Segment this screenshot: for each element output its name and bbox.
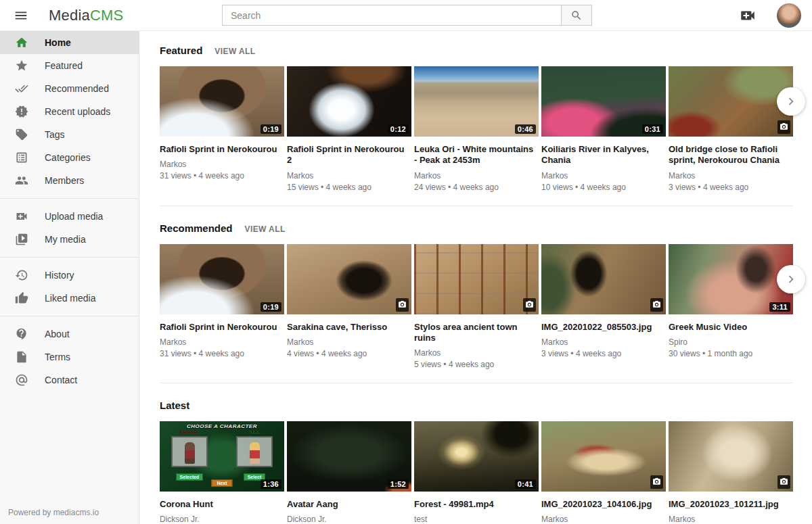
- media-title[interactable]: Koiliaris River in Kalyves, Chania: [541, 144, 666, 166]
- upload-media-button[interactable]: [736, 4, 759, 27]
- media-thumbnail[interactable]: 0:46: [414, 66, 539, 137]
- sidebar-item-contact[interactable]: Contact: [0, 368, 139, 391]
- media-card[interactable]: Old bridge close to Rafioli sprint, Nero…: [669, 66, 793, 192]
- media-title[interactable]: Avatar Aang: [287, 499, 411, 510]
- chevron-right-icon: [784, 94, 798, 109]
- sidebar-item-liked-media[interactable]: Liked media: [0, 287, 139, 310]
- media-author[interactable]: test: [414, 515, 539, 524]
- media-card[interactable]: 3:11Greek Music VideoSpiro30 views • 1 m…: [669, 244, 793, 370]
- media-meta: 31 views • 4 weeks ago: [160, 171, 284, 181]
- media-author[interactable]: Markos: [669, 515, 793, 524]
- media-title[interactable]: Sarakina cave, Therisso: [287, 322, 411, 333]
- sidebar-item-history[interactable]: History: [0, 264, 139, 287]
- logo[interactable]: MediaCMS: [49, 7, 123, 24]
- powered-by-link[interactable]: Powered by mediacms.io: [8, 508, 99, 517]
- sidebar-item-tags[interactable]: Tags: [0, 123, 139, 146]
- media-author[interactable]: Dickson Jr.: [160, 515, 284, 524]
- media-thumbnail[interactable]: 0:41: [414, 421, 539, 492]
- sidebar-item-members[interactable]: Members: [0, 169, 139, 192]
- media-meta: 3 views • 4 weeks ago: [669, 183, 793, 192]
- media-author[interactable]: Markos: [541, 337, 666, 347]
- media-author[interactable]: Markos: [414, 348, 539, 358]
- media-author[interactable]: Markos: [160, 160, 284, 169]
- media-card[interactable]: IMG_20201022_085503.jpgMarkos3 views • 4…: [541, 244, 666, 370]
- media-thumbnail[interactable]: [669, 421, 793, 492]
- media-card[interactable]: IMG_20201023_104106.jpgMarkos4 views • 4…: [541, 421, 666, 524]
- categories-icon: [15, 151, 28, 164]
- media-title[interactable]: IMG_20201023_101211.jpg: [669, 499, 793, 510]
- media-author[interactable]: Dickson Jr.: [287, 515, 411, 524]
- media-title[interactable]: IMG_20201022_085503.jpg: [541, 322, 666, 333]
- media-thumbnail[interactable]: 0:19: [160, 244, 284, 314]
- search-input[interactable]: [222, 5, 562, 26]
- media-card[interactable]: 0:31Koiliaris River in Kalyves, ChaniaMa…: [541, 66, 666, 192]
- media-author[interactable]: Spiro: [669, 337, 793, 347]
- sidebar-item-featured[interactable]: Featured: [0, 54, 139, 77]
- media-author[interactable]: Markos: [541, 171, 666, 181]
- media-thumbnail[interactable]: CHOOSE A CHARACTERKWAMESelectedYAASelect…: [160, 421, 284, 492]
- media-title[interactable]: Corona Hunt: [160, 499, 284, 510]
- media-thumbnail[interactable]: 0:12: [287, 66, 411, 137]
- view-all-link[interactable]: VIEW ALL: [245, 224, 286, 234]
- media-card[interactable]: 0:46Leuka Ori - White mountains - Peak a…: [414, 66, 539, 192]
- scroll-next-button[interactable]: [777, 87, 805, 116]
- media-title[interactable]: Rafioli Sprint in Nerokourou: [160, 144, 284, 155]
- duration-badge: 0:12: [388, 124, 409, 134]
- duration-badge: 0:19: [261, 124, 281, 134]
- media-title[interactable]: Stylos area ancient town ruins: [414, 322, 539, 344]
- sidebar: HomeFeaturedRecommendedRecent uploadsTag…: [0, 31, 139, 524]
- scroll-next-button[interactable]: [777, 265, 805, 293]
- section-header: FeaturedVIEW ALL: [160, 45, 793, 56]
- search-button[interactable]: [561, 5, 592, 26]
- media-author[interactable]: Markos: [287, 171, 411, 181]
- media-thumbnail[interactable]: [287, 244, 411, 314]
- media-title[interactable]: IMG_20201023_104106.jpg: [541, 499, 666, 510]
- media-title[interactable]: Rafioli Sprint in Nerokourou 2: [287, 144, 411, 166]
- media-thumbnail[interactable]: [669, 66, 793, 137]
- media-thumbnail[interactable]: [541, 421, 666, 492]
- media-author[interactable]: Markos: [541, 515, 666, 524]
- media-title[interactable]: Rafioli Sprint in Nerokourou: [160, 322, 284, 333]
- sidebar-item-about[interactable]: About: [0, 323, 139, 346]
- media-thumbnail[interactable]: [414, 244, 539, 314]
- media-title[interactable]: Old bridge close to Rafioli sprint, Nero…: [669, 144, 793, 166]
- media-thumbnail[interactable]: [541, 244, 666, 314]
- sidebar-item-categories[interactable]: Categories: [0, 146, 139, 169]
- media-card[interactable]: Stylos area ancient town ruinsMarkos5 vi…: [414, 244, 539, 370]
- media-author[interactable]: Markos: [160, 337, 284, 347]
- media-card[interactable]: IMG_20201023_101211.jpgMarkos4 views • 4…: [669, 421, 793, 524]
- media-card[interactable]: 0:12Rafioli Sprint in Nerokourou 2Markos…: [287, 66, 411, 192]
- media-card[interactable]: 1:52Avatar AangDickson Jr.12 views • 1 w…: [287, 421, 411, 524]
- media-thumbnail[interactable]: 3:11: [669, 244, 793, 314]
- media-author[interactable]: Markos: [669, 171, 793, 181]
- media-title[interactable]: Leuka Ori - White mountains - Peak at 24…: [414, 144, 539, 166]
- sidebar-item-upload-media[interactable]: Upload media: [0, 205, 139, 228]
- media-title[interactable]: Forest - 49981.mp4: [414, 499, 539, 510]
- sidebar-nav: HomeFeaturedRecommendedRecent uploadsTag…: [0, 31, 139, 391]
- sidebar-item-recent-uploads[interactable]: Recent uploads: [0, 100, 139, 123]
- media-author[interactable]: Markos: [414, 171, 539, 181]
- media-card[interactable]: 0:41Forest - 49981.mp4test17 views • 3 w…: [414, 421, 539, 524]
- sidebar-item-label: Recommended: [45, 83, 109, 94]
- media-card[interactable]: 0:19Rafioli Sprint in NerokourouMarkos31…: [160, 66, 284, 192]
- section-title: Featured: [160, 45, 202, 56]
- sidebar-item-terms[interactable]: Terms: [0, 346, 139, 368]
- media-title[interactable]: Greek Music Video: [669, 322, 793, 333]
- view-all-link[interactable]: VIEW ALL: [215, 47, 255, 56]
- media-card[interactable]: CHOOSE A CHARACTERKWAMESelectedYAASelect…: [160, 421, 284, 524]
- media-thumbnail[interactable]: 0:31: [541, 66, 666, 137]
- media-meta: 5 views • 4 weeks ago: [414, 360, 539, 369]
- sidebar-item-my-media[interactable]: My media: [0, 228, 139, 251]
- search-bar: [222, 5, 592, 26]
- sidebar-item-recommended[interactable]: Recommended: [0, 77, 139, 100]
- media-thumbnail[interactable]: 0:19: [160, 66, 284, 137]
- media-thumbnail[interactable]: 1:52: [287, 421, 411, 492]
- avatar[interactable]: [777, 3, 801, 28]
- media-card[interactable]: Sarakina cave, TherissoMarkos4 views • 4…: [287, 244, 411, 370]
- header-right: [736, 3, 801, 28]
- menu-button[interactable]: [11, 5, 31, 26]
- sidebar-item-home[interactable]: Home: [0, 31, 139, 54]
- game-character-sprite: [185, 442, 195, 464]
- media-card[interactable]: 0:19Rafioli Sprint in NerokourouMarkos31…: [160, 244, 284, 370]
- media-author[interactable]: Markos: [287, 337, 411, 347]
